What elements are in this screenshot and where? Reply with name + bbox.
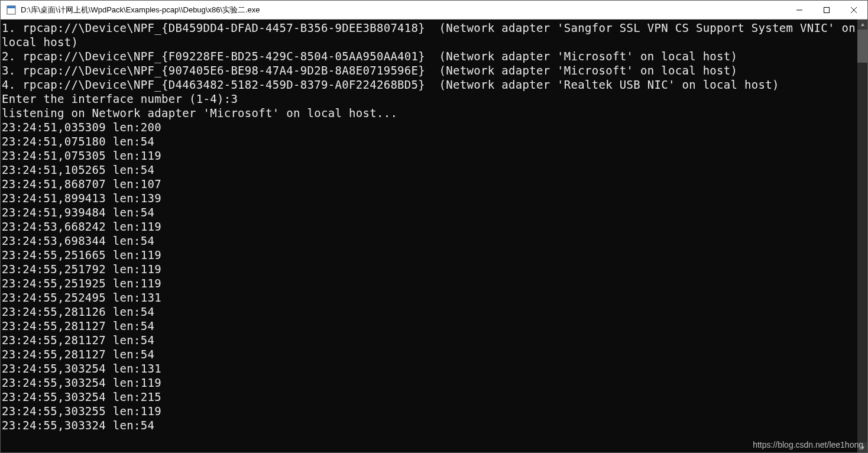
console-line: 23:24:53,668242 len:119 bbox=[2, 219, 857, 234]
console-window: D:\库\桌面\计网上机\WpdPack\Examples-pcap\\Debu… bbox=[0, 0, 868, 453]
console-line: 23:24:55,303254 len:215 bbox=[2, 390, 857, 404]
scroll-up-button[interactable] bbox=[857, 20, 867, 30]
console-line: 23:24:55,281127 len:54 bbox=[2, 333, 857, 347]
console-line: 23:24:55,303254 len:119 bbox=[2, 376, 857, 390]
svg-rect-3 bbox=[824, 7, 830, 12]
console-line: 4. rpcap://\Device\NPF_{D4463482-5182-45… bbox=[2, 77, 857, 92]
console-line: 1. rpcap://\Device\NPF_{DB459DD4-DFAD-44… bbox=[2, 21, 857, 49]
svg-marker-6 bbox=[861, 23, 864, 26]
console-line: 23:24:55,303255 len:119 bbox=[2, 404, 857, 418]
console-line: 23:24:55,251925 len:119 bbox=[2, 276, 857, 290]
console-line: 23:24:51,939484 len:54 bbox=[2, 205, 857, 219]
app-icon bbox=[7, 5, 16, 15]
svg-marker-7 bbox=[861, 446, 864, 449]
console-line: Enter the interface number (1-4):3 bbox=[2, 92, 857, 106]
console-line: 23:24:51,075180 len:54 bbox=[2, 134, 857, 148]
console-output[interactable]: 1. rpcap://\Device\NPF_{DB459DD4-DFAD-44… bbox=[1, 20, 857, 452]
minimize-button[interactable] bbox=[786, 1, 813, 19]
console-line: 23:24:55,303254 len:131 bbox=[2, 361, 857, 376]
console-line: 2. rpcap://\Device\NPF_{F09228FE-BD25-42… bbox=[2, 49, 857, 63]
console-line: 23:24:55,251665 len:119 bbox=[2, 248, 857, 262]
scroll-down-button[interactable] bbox=[857, 442, 867, 452]
console-line: 23:24:55,251792 len:119 bbox=[2, 262, 857, 276]
console-line: 23:24:51,105265 len:54 bbox=[2, 163, 857, 177]
console-line: 23:24:51,035309 len:200 bbox=[2, 120, 857, 134]
console-line: 23:24:51,868707 len:107 bbox=[2, 177, 857, 191]
console-line: 23:24:55,281126 len:54 bbox=[2, 305, 857, 319]
close-button[interactable] bbox=[840, 1, 867, 19]
scroll-track[interactable] bbox=[857, 30, 867, 442]
console-line: 3. rpcap://\Device\NPF_{907405E6-BE98-47… bbox=[2, 63, 857, 77]
titlebar[interactable]: D:\库\桌面\计网上机\WpdPack\Examples-pcap\\Debu… bbox=[1, 1, 867, 20]
console-line: 23:24:53,698344 len:54 bbox=[2, 234, 857, 248]
vertical-scrollbar[interactable] bbox=[857, 20, 867, 452]
console-line: 23:24:51,899413 len:139 bbox=[2, 191, 857, 205]
console-line: 23:24:51,075305 len:119 bbox=[2, 148, 857, 163]
maximize-button[interactable] bbox=[813, 1, 840, 19]
client-area: 1. rpcap://\Device\NPF_{DB459DD4-DFAD-44… bbox=[1, 20, 867, 452]
svg-rect-1 bbox=[7, 6, 15, 8]
console-line: 23:24:55,303324 len:54 bbox=[2, 418, 857, 432]
console-line: 23:24:55,252495 len:131 bbox=[2, 290, 857, 305]
window-title: D:\库\桌面\计网上机\WpdPack\Examples-pcap\\Debu… bbox=[21, 5, 786, 15]
console-line: 23:24:55,281127 len:54 bbox=[2, 347, 857, 361]
scroll-thumb[interactable] bbox=[857, 30, 867, 63]
console-line: listening on Network adapter 'Microsoft'… bbox=[2, 106, 857, 120]
console-line: 23:24:55,281127 len:54 bbox=[2, 319, 857, 333]
